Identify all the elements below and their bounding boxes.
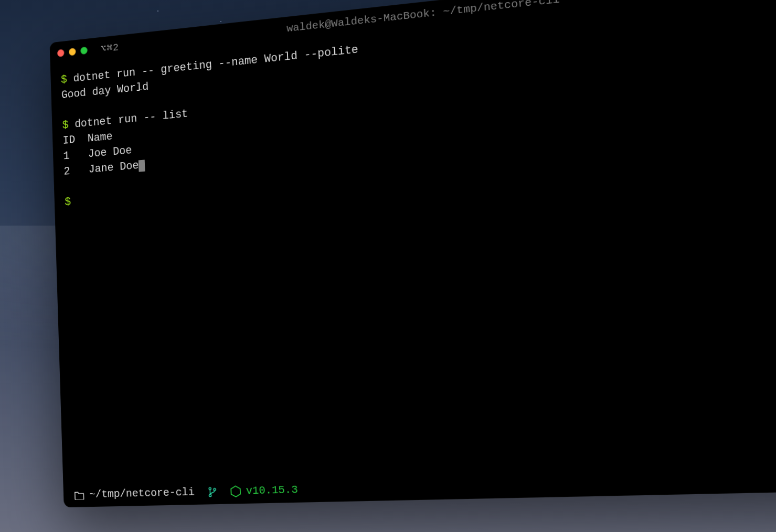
branch-icon <box>207 486 218 498</box>
status-node-segment: v10.15.3 <box>230 484 298 498</box>
prompt-symbol: $ <box>62 119 75 132</box>
inline-cursor <box>139 159 145 172</box>
prompt-symbol: $ <box>61 73 73 87</box>
terminal-window: ⌥⌘2 waldek@Waldeks-MacBook: ~/tmp/netcor… <box>49 0 776 507</box>
svg-point-0 <box>209 487 211 490</box>
prompt-symbol: $ <box>65 195 77 209</box>
hexagon-icon <box>230 485 241 497</box>
minimize-window-button[interactable] <box>69 48 76 56</box>
folder-icon <box>74 490 85 499</box>
terminal-output-area[interactable]: $ dotnet run -- greeting --name World --… <box>50 0 776 483</box>
status-node-version: v10.15.3 <box>246 484 298 497</box>
close-window-button[interactable] <box>57 49 65 57</box>
svg-point-1 <box>209 494 211 496</box>
zoom-window-button[interactable] <box>80 46 88 55</box>
traffic-lights <box>57 46 88 57</box>
output-text: ID Name <box>62 130 112 147</box>
status-cwd-segment: ~/tmp/netcore-cli <box>74 486 195 501</box>
tab-shortcut-hint: ⌥⌘2 <box>100 40 119 55</box>
status-git-segment <box>207 486 218 498</box>
status-cwd-text: ~/tmp/netcore-cli <box>89 486 195 501</box>
svg-point-2 <box>214 488 216 490</box>
